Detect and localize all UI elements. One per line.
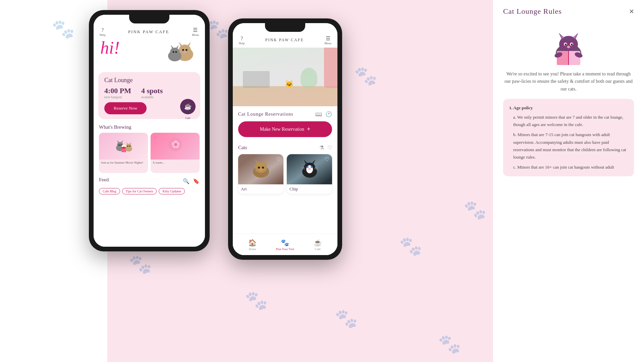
- svg-point-17: [118, 144, 120, 146]
- reserve-now-button[interactable]: Reserve Now: [104, 102, 147, 114]
- cat-chip-name: Chip: [287, 184, 332, 194]
- feed-tag-cafe-blog[interactable]: Cafe Blog: [99, 188, 120, 194]
- svg-marker-34: [255, 159, 259, 164]
- menu-button-left[interactable]: ☰ Menu: [192, 27, 199, 37]
- brewing-title: What's Brewing: [99, 124, 200, 130]
- svg-marker-16: [121, 140, 123, 143]
- brewing-card-2-label: A warm...: [151, 160, 200, 166]
- svg-point-52: [308, 168, 311, 170]
- cat-illustration: [165, 36, 202, 71]
- svg-point-51: [311, 166, 313, 168]
- hi-section: hi!: [94, 39, 205, 69]
- cat-card-ari[interactable]: ♡ Ari: [238, 154, 283, 194]
- rule-c: c. Minors that are 16+ can join cat hang…: [509, 164, 628, 171]
- svg-point-66: [571, 44, 573, 46]
- cats-title: Cats: [238, 145, 247, 150]
- ari-heart-button[interactable]: ♡: [276, 156, 281, 163]
- rules-close-button[interactable]: ×: [629, 7, 634, 16]
- lounge-card: Cat Lounge 4:00 PM next hangout 4 spots …: [98, 72, 200, 119]
- svg-point-5: [185, 49, 187, 51]
- rules-cat-illustration: [503, 21, 634, 65]
- brewing-section: What's Brewing: [94, 122, 205, 174]
- bottom-navigation: 🏠 Home 🐾 Plan Your Visit ☕ Café: [233, 234, 337, 255]
- lounge-hero-image: 🐱: [233, 48, 337, 106]
- paw-icon: 🐾: [281, 239, 289, 247]
- age-policy-heading: 1. Age policy: [509, 104, 628, 112]
- nav-cafe[interactable]: ☕ Café: [302, 239, 334, 251]
- phone-center-shell: ? Help PINK PAW CAFE ☰ Menu: [228, 18, 342, 260]
- lounge-card-title: Cat Lounge: [104, 77, 194, 84]
- rules-content-box: 1. Age policy a. We only permit minors t…: [503, 99, 634, 176]
- svg-marker-26: [126, 142, 128, 144]
- brewing-card-2-img: 🌸: [151, 133, 200, 160]
- lounge-stats: 4:00 PM next hangout 4 spots available: [104, 86, 194, 99]
- cafe-nav-label: Café: [315, 247, 321, 251]
- phone-center-notch: [265, 23, 305, 32]
- phone-center: ? Help PINK PAW CAFE ☰ Menu: [228, 18, 342, 260]
- svg-point-4: [182, 49, 184, 51]
- phone-left-notch: [129, 15, 169, 23]
- feed-section: Feed 🔍 🔖 Cafe Blog Tips for Cat Owners K…: [94, 174, 205, 196]
- phone-center-screen: ? Help PINK PAW CAFE ☰ Menu: [233, 23, 337, 255]
- cat-card-chip[interactable]: ♡ Chip: [287, 154, 332, 194]
- cats-header: Cats ⚗ ♡: [238, 144, 332, 151]
- feed-search-icon[interactable]: 🔍: [183, 178, 190, 184]
- help-button-left[interactable]: ? Help: [100, 27, 106, 37]
- svg-marker-35: [263, 159, 267, 164]
- rule-b: b. Minors that are 7-15 can join cat han…: [509, 131, 628, 161]
- svg-marker-10: [176, 45, 179, 49]
- brewing-card-2[interactable]: 🌸 A warm...: [151, 133, 200, 173]
- svg-point-12: [175, 51, 177, 53]
- svg-marker-9: [171, 45, 174, 49]
- chip-heart-button[interactable]: ♡: [325, 156, 329, 163]
- svg-point-6: [183, 51, 186, 53]
- svg-point-28: [127, 145, 128, 147]
- reservations-title: Cat Lounge Reservations: [238, 112, 293, 117]
- cafe-shortcut-button[interactable]: ☕ Café: [180, 99, 196, 114]
- svg-marker-47: [304, 160, 307, 164]
- plan-nav-label: Plan Your Visit: [276, 247, 294, 251]
- svg-marker-3: [187, 42, 191, 46]
- feed-tag-kitty[interactable]: Kitty Updates: [159, 188, 185, 194]
- svg-point-68: [572, 44, 573, 45]
- cats-heart-icon[interactable]: ♡: [327, 144, 332, 151]
- plus-icon: +: [307, 126, 310, 133]
- make-reservation-label: Make New Reservation: [260, 127, 304, 132]
- svg-marker-15: [117, 140, 119, 143]
- brewing-card-1[interactable]: Join us for Summer Movie Nights!: [99, 133, 148, 173]
- svg-marker-27: [129, 142, 131, 144]
- history-icon[interactable]: 🕐: [325, 111, 332, 117]
- phone-left: ? Help PINK PAW CAFE ☰ Menu hi!: [89, 10, 210, 251]
- cafe-label: Café: [185, 117, 190, 120]
- coffee-icon: ☕: [184, 103, 192, 110]
- lounge-spots: 4 spots: [141, 86, 163, 95]
- brewing-card-1-label: Join us for Summer Movie Nights!: [99, 160, 148, 166]
- help-button-center[interactable]: ? Help: [239, 36, 245, 45]
- book-icon[interactable]: 📖: [315, 111, 322, 117]
- rules-intro-text: We're so excited to see you! Please take…: [503, 70, 634, 93]
- lounge-spots-label: available: [141, 95, 163, 99]
- nav-plan[interactable]: 🐾 Plan Your Visit: [269, 239, 301, 251]
- rule-a: a. We only permit minors that are 7 and …: [509, 114, 628, 128]
- svg-point-33: [255, 162, 267, 173]
- cats-grid: ♡ Ari: [238, 154, 332, 194]
- svg-point-11: [173, 51, 174, 53]
- menu-button-center[interactable]: ☰ Menu: [324, 35, 331, 45]
- reservations-header: Cat Lounge Reservations 📖 🕐: [238, 111, 332, 117]
- feed-tag-tips[interactable]: Tips for Cat Owners: [122, 188, 157, 194]
- reservations-section: Cat Lounge Reservations 📖 🕐 Make New Res…: [233, 106, 337, 144]
- app-title-left: PINK PAW CAFE: [128, 29, 169, 35]
- svg-point-38: [259, 168, 263, 171]
- svg-point-29: [129, 145, 130, 147]
- home-nav-label: Home: [249, 247, 256, 251]
- feed-bookmark-icon[interactable]: 🔖: [193, 178, 200, 184]
- feed-tags: Cafe Blog Tips for Cat Owners Kitty Upda…: [99, 188, 200, 194]
- svg-point-37: [262, 167, 264, 169]
- nav-home[interactable]: 🏠 Home: [236, 239, 269, 251]
- cats-section: Cats ⚗ ♡: [233, 144, 337, 194]
- svg-marker-48: [312, 160, 315, 164]
- make-reservation-button[interactable]: Make New Reservation +: [238, 121, 332, 137]
- cafe-icon: ☕: [314, 239, 322, 247]
- app-title-center: PINK PAW CAFE: [265, 38, 304, 43]
- cats-filter-icon[interactable]: ⚗: [319, 144, 324, 151]
